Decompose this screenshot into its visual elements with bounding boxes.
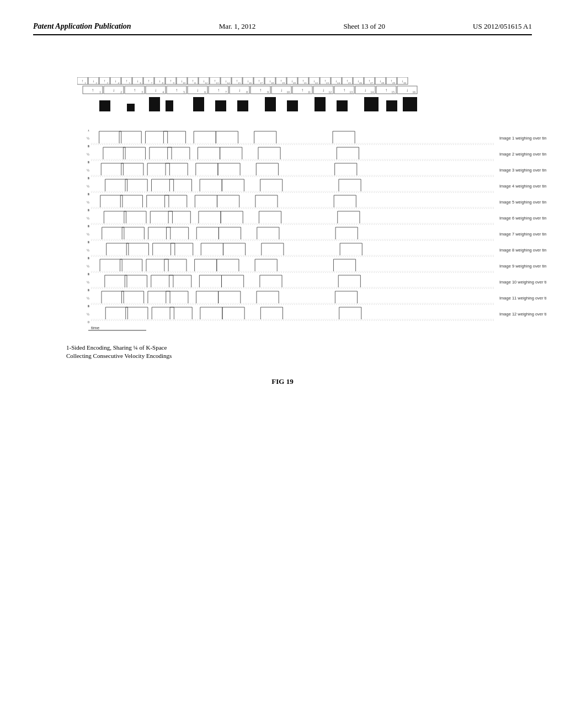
svg-text:Image 5 weighing over time: Image 5 weighing over time	[499, 200, 546, 205]
figure-caption: 1-Sided Encoding, Sharing ¼ of K-Space C…	[66, 344, 532, 361]
patent-number: US 2012/051615 A1	[473, 22, 532, 31]
svg-text:↑: ↑	[92, 88, 94, 93]
svg-text:1: 1	[88, 256, 90, 260]
svg-text:↑: ↑	[82, 79, 84, 83]
svg-text:Image 10 weighing over time: Image 10 weighing over time	[499, 280, 546, 285]
svg-text:16: 16	[249, 82, 252, 84]
svg-text:26: 26	[359, 82, 363, 84]
svg-text:12: 12	[329, 90, 332, 94]
svg-rect-138	[99, 100, 110, 111]
svg-text:½: ½	[87, 297, 89, 300]
svg-text:10: 10	[287, 90, 290, 94]
svg-text:Image 11 weighing over time: Image 11 weighing over time	[499, 296, 546, 301]
svg-text:5: 5	[183, 90, 185, 94]
svg-text:1: 1	[88, 192, 90, 196]
svg-text:1: 1	[88, 288, 90, 292]
svg-text:½: ½	[87, 313, 89, 316]
svg-text:↑: ↑	[134, 88, 136, 93]
main-chart-svg: 1½0Image 1 weighing over time1½0Image 2 …	[66, 130, 546, 333]
svg-text:Image 12 weighing over time: Image 12 weighing over time	[499, 312, 546, 317]
svg-text:5: 5	[129, 82, 131, 84]
svg-text:1: 1	[88, 224, 90, 228]
svg-rect-149	[364, 97, 379, 111]
svg-text:18: 18	[271, 82, 274, 84]
svg-text:↓: ↓	[113, 88, 115, 93]
svg-text:1: 1	[88, 176, 90, 180]
svg-text:½: ½	[87, 137, 89, 140]
svg-text:Image 9 weighing over time: Image 9 weighing over time	[499, 264, 546, 269]
svg-text:1: 1	[88, 130, 90, 132]
svg-text:↓: ↓	[115, 79, 117, 83]
svg-text:20: 20	[293, 82, 296, 84]
svg-text:↓: ↓	[159, 79, 161, 83]
svg-text:½: ½	[87, 169, 89, 172]
svg-text:1: 1	[88, 304, 90, 308]
svg-text:13: 13	[350, 90, 353, 94]
svg-text:7: 7	[225, 90, 227, 94]
svg-text:23: 23	[326, 82, 329, 84]
caption-line1: 1-Sided Encoding, Sharing ¼ of K-Space	[66, 344, 532, 352]
svg-rect-141	[166, 100, 173, 111]
svg-text:1: 1	[88, 240, 90, 244]
svg-text:↑: ↑	[301, 88, 303, 93]
svg-text:3: 3	[107, 82, 109, 84]
svg-text:9: 9	[267, 90, 269, 94]
svg-text:21: 21	[304, 82, 307, 84]
svg-text:6: 6	[140, 82, 142, 84]
svg-rect-150	[386, 100, 397, 111]
svg-text:15: 15	[392, 90, 395, 94]
svg-text:10: 10	[183, 82, 186, 84]
kspace-svg: ↑1↓2↑3↓4↑5↓6↑7↓8↑9↓10↑11↓12↑13↓14↑15↓16↑…	[77, 77, 463, 115]
svg-text:↑: ↑	[126, 79, 128, 83]
svg-text:17: 17	[260, 82, 263, 84]
svg-text:½: ½	[87, 281, 89, 284]
svg-rect-144	[237, 100, 248, 111]
svg-rect-143	[215, 100, 226, 111]
svg-text:↓: ↓	[280, 88, 282, 93]
svg-text:25: 25	[348, 82, 351, 84]
svg-text:½: ½	[87, 265, 89, 268]
svg-text:9: 9	[173, 82, 175, 84]
svg-text:4: 4	[162, 90, 164, 94]
svg-text:Image 7 weighing over time: Image 7 weighing over time	[499, 232, 546, 237]
charts-container: 1½0Image 1 weighing over time1½0Image 2 …	[66, 130, 532, 335]
svg-text:22: 22	[315, 82, 318, 84]
svg-text:29: 29	[392, 82, 396, 84]
figure-label: FIG 19	[33, 377, 532, 386]
svg-text:19: 19	[282, 82, 285, 84]
svg-text:½: ½	[87, 233, 89, 236]
svg-text:30: 30	[403, 82, 407, 84]
publication-date: Mar. 1, 2012	[219, 22, 255, 31]
svg-text:8: 8	[246, 90, 248, 94]
svg-text:Image 6 weighing over time: Image 6 weighing over time	[499, 216, 546, 221]
svg-text:½: ½	[87, 201, 89, 204]
svg-text:↓: ↓	[322, 88, 324, 93]
svg-text:↓: ↓	[196, 88, 199, 93]
svg-text:24: 24	[337, 82, 340, 84]
sheet-number: Sheet 13 of 20	[343, 22, 385, 31]
svg-text:½: ½	[87, 153, 89, 156]
svg-text:↑: ↑	[175, 88, 178, 93]
svg-text:↑: ↑	[385, 88, 387, 93]
svg-text:1: 1	[88, 160, 90, 164]
svg-text:↑: ↑	[343, 88, 345, 93]
svg-text:½: ½	[87, 185, 89, 188]
svg-text:1: 1	[88, 208, 90, 212]
svg-rect-142	[193, 97, 204, 111]
top-diagram-container: ↑1↓2↑3↓4↑5↓6↑7↓8↑9↓10↑11↓12↑13↓14↑15↓16↑…	[77, 77, 463, 117]
svg-text:↓: ↓	[93, 79, 95, 83]
caption-line2: Collecting Consecutive Velocity Encoding…	[66, 352, 532, 360]
svg-text:↓: ↓	[238, 88, 241, 93]
svg-text:↓: ↓	[364, 88, 366, 93]
svg-text:↑: ↑	[259, 88, 262, 93]
svg-rect-147	[315, 97, 326, 111]
svg-text:11: 11	[308, 90, 311, 94]
svg-text:↑: ↑	[170, 79, 172, 83]
svg-text:½: ½	[87, 249, 89, 252]
svg-text:Image 1 weighing over time: Image 1 weighing over time	[499, 136, 546, 141]
svg-text:1: 1	[85, 82, 87, 84]
svg-text:3: 3	[141, 90, 143, 94]
page-header: Patent Application Publication Mar. 1, 2…	[33, 22, 532, 35]
svg-text:7: 7	[151, 82, 153, 84]
svg-text:2: 2	[96, 82, 98, 84]
